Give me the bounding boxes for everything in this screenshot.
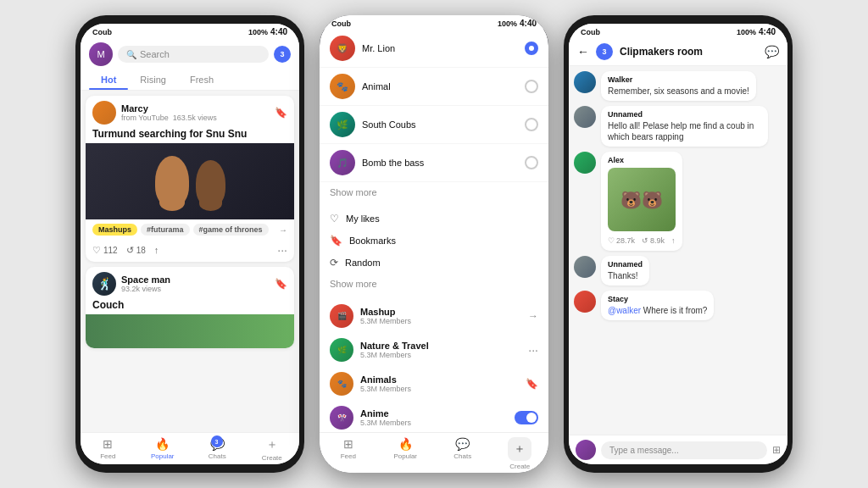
animals-count: 5.3M Members xyxy=(360,385,519,393)
anime-toggle[interactable] xyxy=(515,411,538,424)
card-2-avatar: 🕺 xyxy=(92,272,116,296)
status-icons-3: 100% 4:40 xyxy=(737,27,776,36)
notification-badge[interactable]: 3 xyxy=(274,46,291,63)
search-input[interactable]: 🔍 Search xyxy=(118,46,269,63)
menu-random[interactable]: ⟳ Random xyxy=(325,252,543,274)
my-likes-label: My likes xyxy=(346,214,380,224)
share-action[interactable]: ↑ xyxy=(154,245,159,255)
tag-futurama[interactable]: #futurama xyxy=(141,224,190,236)
bottom-nav-2: ⊞ Feed 🔥 Popular 💬 Chats ＋ Create xyxy=(325,432,543,464)
animals-bm[interactable]: 🔖 xyxy=(526,378,538,390)
radio-mr-lion[interactable] xyxy=(525,42,538,55)
drawer-item-mr-lion[interactable]: 🦁 Mr. Lion xyxy=(325,30,543,68)
alex-image: 🐻🐻 xyxy=(608,168,676,231)
chat-room-icon[interactable]: 💬 xyxy=(765,45,779,58)
likes-action[interactable]: ♡ 112 xyxy=(92,245,118,256)
tab-rising[interactable]: Rising xyxy=(128,69,178,90)
chat-input[interactable]: Type a message... xyxy=(601,441,767,459)
animal-label: Animal xyxy=(362,81,518,92)
status-bar-2: Coub 100% 4:40 xyxy=(325,24,543,30)
section-nature[interactable]: 🌿 Nature & Travel 5.3M Members ··· xyxy=(325,333,543,367)
bookmark-icon-2[interactable]: 🔖 xyxy=(275,278,287,290)
drawer-item-animal[interactable]: 🐾 Animal xyxy=(325,68,543,106)
alex-reposts[interactable]: ↺ 8.9k xyxy=(642,236,665,245)
show-more-channels[interactable]: Show more xyxy=(325,182,543,202)
walker-name: Walker xyxy=(608,75,749,84)
battery-1: 100% xyxy=(248,28,268,36)
tag-row-1: Mashups #futurama #game of thrones → xyxy=(86,219,294,240)
battery-2: 100% xyxy=(498,24,517,28)
bookmark-icon-1[interactable]: 🔖 xyxy=(275,107,287,119)
section-anime[interactable]: 🎌 Anime 5.3M Members xyxy=(325,401,543,432)
nav-popular[interactable]: 🔥 Popular xyxy=(136,437,191,462)
unnamed-2-bubble: Unnamed Thanks! xyxy=(601,256,649,286)
alex-likes[interactable]: ♡ 28.7k xyxy=(608,236,635,245)
radio-south-coubs[interactable] xyxy=(525,118,538,131)
card-1-title: Turmund searching for Snu Snu xyxy=(86,128,294,143)
radio-animal[interactable] xyxy=(525,80,538,93)
tag-more-icon[interactable]: → xyxy=(279,225,287,235)
animal-avatar: 🐾 xyxy=(330,74,355,99)
unnamed-1-bubble: Unnamed Hello all! Pelase help me find a… xyxy=(601,106,768,147)
nav-feed[interactable]: ⊞ Feed xyxy=(81,437,136,462)
card-1-source: from YouTube 163.5k views xyxy=(121,114,270,122)
nav-feed-label: Feed xyxy=(100,452,115,460)
nav-chats[interactable]: 3 💬 Chats xyxy=(190,437,245,462)
status-bar-1: Coub 100% 4:40 xyxy=(81,24,299,38)
alex-share[interactable]: ↑ xyxy=(671,236,676,245)
mashup-name: Mashup xyxy=(360,307,521,317)
status-bar-3: Coub 100% 4:40 xyxy=(569,24,787,38)
time-1: 4:40 xyxy=(270,27,287,36)
p2-nav-popular[interactable]: 🔥 Popular xyxy=(377,437,435,464)
p2-feed-icon: ⊞ xyxy=(343,437,353,451)
more-dots[interactable]: ··· xyxy=(277,243,287,257)
section-animals[interactable]: 🐾 Animals 5.3M Members 🔖 xyxy=(325,367,543,401)
create-icon: ＋ xyxy=(266,437,278,452)
anime-label-wrap: Anime 5.3M Members xyxy=(360,408,508,427)
animals-name: Animals xyxy=(360,374,519,385)
anime-avatar: 🎌 xyxy=(330,406,353,430)
alex-likes-count: 28.7k xyxy=(616,236,635,245)
show-more-menu-label: Show more xyxy=(330,279,377,289)
p2-chats-label: Chats xyxy=(453,452,471,460)
tab-hot[interactable]: Hot xyxy=(89,69,128,90)
drawer-content: 🦁 Mr. Lion 🐾 Animal 🌿 South Coubs xyxy=(325,30,543,432)
menu-my-likes[interactable]: ♡ My likes xyxy=(325,208,543,230)
mashup-avatar: 🎬 xyxy=(330,304,353,328)
card-2-user-info: Space man 93.2k views xyxy=(121,274,270,293)
card-1-user-info: Marcy from YouTube 163.5k views xyxy=(121,103,270,122)
nav-create[interactable]: ＋ Create xyxy=(245,437,300,462)
more-dots-2[interactable]: ··· xyxy=(528,343,538,357)
mashup-label-wrap: Mashup 5.3M Members xyxy=(360,307,521,325)
animals-avatar: 🐾 xyxy=(330,372,353,396)
section-mashup[interactable]: 🎬 Mashup 5.3M Members → xyxy=(325,299,543,333)
p2-popular-label: Popular xyxy=(393,452,417,460)
image-upload-icon[interactable]: ⊞ xyxy=(772,444,781,456)
back-arrow[interactable]: ← xyxy=(577,45,589,58)
reposts-action[interactable]: ↺ 18 xyxy=(126,245,146,256)
drawer-item-bomb-the-bass[interactable]: 🎵 Bomb the bass xyxy=(325,144,543,182)
show-more-menu[interactable]: Show more xyxy=(325,274,543,294)
tag-mashups[interactable]: Mashups xyxy=(92,224,137,236)
phone-3: Coub 100% 4:40 ← 3 Clipmakers room 💬 Wal… xyxy=(564,15,793,473)
south-coubs-label: South Coubs xyxy=(362,119,518,130)
tabs-bar: Hot Rising Fresh xyxy=(81,69,299,91)
p2-nav-feed[interactable]: ⊞ Feed xyxy=(325,437,377,464)
card-2-title: Couch xyxy=(86,299,294,314)
tag-got[interactable]: #game of thrones xyxy=(193,224,269,236)
radio-bomb-the-bass[interactable] xyxy=(525,156,538,169)
tab-fresh[interactable]: Fresh xyxy=(178,69,225,90)
menu-bookmarks[interactable]: 🔖 Bookmarks xyxy=(325,230,543,252)
drawer-item-south-coubs[interactable]: 🌿 South Coubs xyxy=(325,106,543,144)
unnamed-1-avatar xyxy=(574,106,596,128)
chat-title: Clipmakers room xyxy=(620,46,758,58)
nature-label-wrap: Nature & Travel 5.3M Members xyxy=(360,341,521,359)
mr-lion-label: Mr. Lion xyxy=(362,43,518,53)
alex-reposts-count: 8.9k xyxy=(650,236,665,245)
chats-badge: 3 xyxy=(211,435,223,447)
msg-unnamed-2: Unnamed Thanks! xyxy=(574,256,782,286)
p2-nav-chats[interactable]: 💬 Chats xyxy=(434,437,492,464)
p2-create-btn[interactable]: ＋ xyxy=(508,437,531,461)
p2-nav-create[interactable]: ＋ Create xyxy=(492,437,544,464)
p2-popular-icon: 🔥 xyxy=(398,437,413,451)
